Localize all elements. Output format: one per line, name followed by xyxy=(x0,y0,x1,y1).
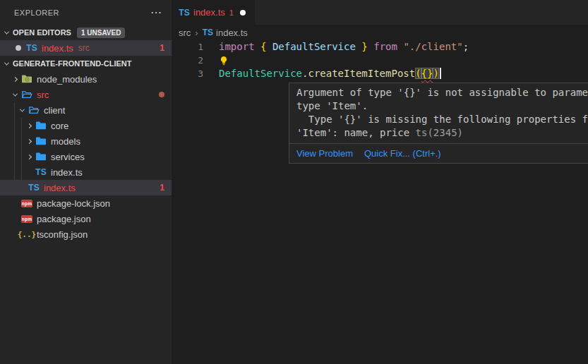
tab-index-ts[interactable]: index.ts 1 xyxy=(172,0,255,25)
line-number: 2 xyxy=(172,54,203,67)
line-number: 3 xyxy=(172,67,203,80)
tree-item-tsconfig.json[interactable]: tsconfig.json xyxy=(0,226,172,242)
code-token xyxy=(368,41,373,52)
line-content: DefaultService.createItemItemPost({}) xyxy=(203,67,441,80)
tree-item-label: index.ts xyxy=(44,183,76,193)
breadcrumb-separator-icon: › xyxy=(195,28,198,38)
tree-item-services[interactable]: services xyxy=(0,149,172,164)
hover-message-line: type 'Item'. xyxy=(296,99,588,113)
tree-item-index.ts[interactable]: index.ts xyxy=(0,164,172,180)
chevron-right-icon[interactable] xyxy=(23,124,35,128)
tree-item-label: src xyxy=(37,90,49,100)
folder-icon xyxy=(35,120,47,131)
hover-message: Argument of type '{}' is not assignable … xyxy=(289,83,588,143)
code-line-2[interactable]: 2 xyxy=(172,54,588,67)
diagnostic-code: ts(2345) xyxy=(416,127,463,138)
ts-icon xyxy=(28,182,40,193)
problem-count-badge: 1 xyxy=(160,43,164,53)
file-tree: node_modulessrcclientcoremodelsservicesi… xyxy=(0,71,172,242)
tab-problem-count: 1 xyxy=(229,8,234,17)
tree-item-models[interactable]: models xyxy=(0,133,172,149)
code-line-1[interactable]: 1import { DefaultService } from "./clien… xyxy=(172,40,588,54)
line-content: import { DefaultService } from "./client… xyxy=(203,40,469,54)
error-hover-tooltip: Argument of type '{}' is not assignable … xyxy=(289,83,588,164)
tree-item-label: node_modules xyxy=(37,74,97,85)
open-editors-label: OPEN EDITORS xyxy=(13,28,71,37)
tree-item-core[interactable]: core xyxy=(0,118,172,133)
ts-icon xyxy=(203,27,213,38)
tab-bar: index.ts 1 xyxy=(172,0,588,25)
npm-icon xyxy=(21,198,32,209)
editor-group: index.ts 1 src › index.ts 1import { Defa… xyxy=(172,0,588,364)
chevron-down-icon[interactable] xyxy=(0,31,13,35)
tree-item-label: package-lock.json xyxy=(37,198,110,209)
chevron-right-icon[interactable] xyxy=(23,140,35,143)
explorer-sidebar: EXPLORER ⋯ OPEN EDITORS 1 UNSAVED index.… xyxy=(0,0,172,364)
breadcrumb-file[interactable]: index.ts xyxy=(216,28,248,38)
code-token: } xyxy=(361,41,367,52)
ts-icon xyxy=(179,7,190,18)
breadcrumb-folder[interactable]: src xyxy=(179,28,191,38)
open-editor-item[interactable]: index.ts src 1 xyxy=(0,40,172,56)
more-actions-icon[interactable]: ⋯ xyxy=(150,7,162,18)
npm-icon xyxy=(21,213,32,224)
modified-dot-icon xyxy=(159,92,164,97)
workspace-label: GENERATE-FRONTEND-CLIENT xyxy=(13,59,131,68)
folder-open-icon xyxy=(28,104,40,116)
hover-action-quick-fix-ctrl[interactable]: Quick Fix... (Ctrl+.) xyxy=(364,148,441,159)
tab-modified-dot-icon[interactable] xyxy=(240,10,246,16)
tree-item-label: package.json xyxy=(37,214,91,224)
code-token xyxy=(266,41,272,52)
tree-item-label: models xyxy=(51,136,80,147)
tree-item-client[interactable]: client xyxy=(0,102,172,118)
tree-item-label: index.ts xyxy=(51,167,83,178)
tree-item-label: client xyxy=(44,105,65,116)
node-modules-folder-icon xyxy=(21,73,32,85)
text-cursor xyxy=(440,68,441,79)
line-content xyxy=(203,54,229,67)
explorer-title: EXPLORER xyxy=(14,8,150,17)
code-line-3[interactable]: 3DefaultService.createItemItemPost({}) xyxy=(172,67,588,80)
modified-dot-icon[interactable] xyxy=(16,45,21,51)
tree-item-label: core xyxy=(51,121,68,131)
code-token: from xyxy=(373,41,397,52)
tree-item-package-lock.json[interactable]: package-lock.json xyxy=(0,195,172,211)
code-token: import xyxy=(219,41,260,52)
chevron-down-icon[interactable] xyxy=(8,93,21,97)
tree-item-node_modules[interactable]: node_modules xyxy=(0,71,172,87)
hover-message-line: 'Item': name, price ts(2345) xyxy=(296,126,588,140)
chevron-down-icon[interactable] xyxy=(16,109,28,112)
tree-item-label: tsconfig.json xyxy=(37,229,88,240)
folder-icon xyxy=(35,151,47,162)
open-editors-header[interactable]: OPEN EDITORS 1 UNSAVED xyxy=(0,25,172,40)
folder-icon xyxy=(35,135,47,147)
hover-actions: View ProblemQuick Fix... (Ctrl+.) xyxy=(289,143,588,163)
tree-item-index.ts[interactable]: index.ts1 xyxy=(0,180,172,195)
code-token: createItemItemPost xyxy=(308,68,415,79)
unsaved-badge: 1 UNSAVED xyxy=(77,28,126,38)
problem-count-badge: 1 xyxy=(160,183,164,193)
chevron-right-icon[interactable] xyxy=(8,78,21,81)
chevron-down-icon[interactable] xyxy=(0,62,13,66)
chevron-right-icon[interactable] xyxy=(23,155,35,159)
json-config-icon xyxy=(21,229,32,240)
hover-action-view-problem[interactable]: View Problem xyxy=(296,148,353,159)
code-token: "./client" xyxy=(403,41,462,52)
code-token: ; xyxy=(463,41,469,52)
explorer-titlebar: EXPLORER ⋯ xyxy=(0,0,172,25)
hover-message-line: Argument of type '{}' is not assignable … xyxy=(296,86,588,99)
hover-message-line: Type '{}' is missing the following prope… xyxy=(296,113,588,126)
code-area[interactable]: 1import { DefaultService } from "./clien… xyxy=(172,40,588,80)
ts-icon xyxy=(26,42,37,54)
lightbulb-icon[interactable] xyxy=(219,54,229,66)
code-token: DefaultService xyxy=(219,68,302,79)
ts-icon xyxy=(35,166,47,178)
workspace-header[interactable]: GENERATE-FRONTEND-CLIENT xyxy=(0,56,172,71)
tree-item-package.json[interactable]: package.json xyxy=(0,211,172,226)
code-token: ) xyxy=(433,68,438,79)
open-editor-file-name: index.ts xyxy=(42,43,73,54)
open-editor-file-path: src xyxy=(78,43,90,53)
code-token: DefaultService xyxy=(272,41,356,52)
tree-item-src[interactable]: src xyxy=(0,87,172,102)
code-token: ( xyxy=(415,68,421,79)
